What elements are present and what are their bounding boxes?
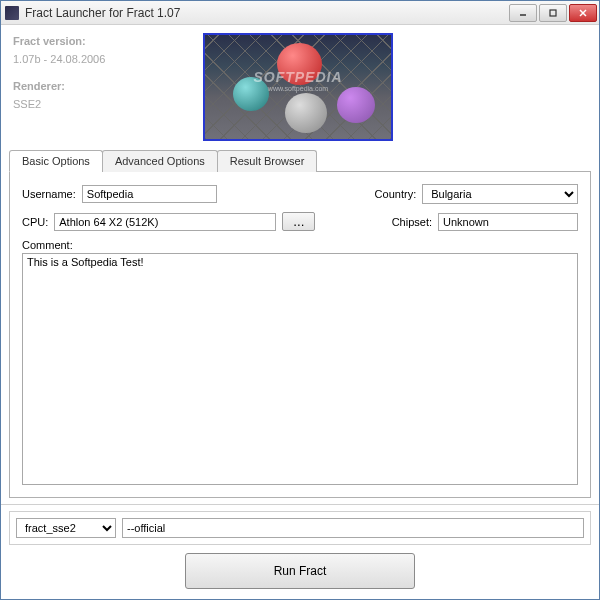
version-label: Fract version: — [13, 35, 86, 47]
watermark-sub: www.softpedia.com — [205, 85, 391, 92]
watermark-text: SOFTPEDIA — [253, 69, 342, 85]
footer: fract_sse2 Run Fract — [1, 504, 599, 599]
window-title: Fract Launcher for Fract 1.07 — [25, 6, 509, 20]
close-button[interactable] — [569, 4, 597, 22]
chipset-field[interactable] — [438, 213, 578, 231]
sphere-purple — [337, 87, 375, 123]
version-block: Fract version: 1.07b - 24.08.2006 Render… — [13, 33, 173, 141]
watermark: SOFTPEDIA www.softpedia.com — [205, 69, 391, 92]
country-label: Country: — [375, 188, 417, 200]
tabs-container: Basic Options Advanced Options Result Br… — [9, 149, 591, 498]
executable-select[interactable]: fract_sse2 — [16, 518, 116, 538]
version-value: 1.07b - 24.08.2006 — [13, 51, 173, 69]
sphere-gray — [285, 93, 327, 133]
chipset-label: Chipset: — [392, 216, 432, 228]
tab-basic-options[interactable]: Basic Options — [9, 150, 103, 172]
tab-row: Basic Options Advanced Options Result Br… — [9, 150, 591, 172]
username-label: Username: — [22, 188, 76, 200]
comment-field[interactable]: This is a Softpedia Test! — [22, 253, 578, 485]
cpu-field[interactable] — [54, 213, 276, 231]
tab-advanced-options[interactable]: Advanced Options — [102, 150, 218, 172]
preview-image: SOFTPEDIA www.softpedia.com — [203, 33, 393, 141]
renderer-label: Renderer: — [13, 80, 65, 92]
tab-panel-basic: Username: Country: Bulgaria CPU: ... Chi… — [9, 171, 591, 498]
app-icon — [5, 6, 19, 20]
country-select[interactable]: Bulgaria — [422, 184, 578, 204]
app-window: Fract Launcher for Fract 1.07 Fract vers… — [0, 0, 600, 600]
minimize-button[interactable] — [509, 4, 537, 22]
tab-result-browser[interactable]: Result Browser — [217, 150, 318, 172]
cpu-label: CPU: — [22, 216, 48, 228]
svg-rect-1 — [550, 10, 556, 16]
renderer-value: SSE2 — [13, 96, 173, 114]
window-controls — [509, 4, 597, 22]
comment-label: Comment: — [22, 239, 578, 251]
arguments-field[interactable] — [122, 518, 584, 538]
run-button[interactable]: Run Fract — [185, 553, 415, 589]
cpu-browse-button[interactable]: ... — [282, 212, 315, 231]
header-area: Fract version: 1.07b - 24.08.2006 Render… — [1, 25, 599, 145]
maximize-button[interactable] — [539, 4, 567, 22]
titlebar[interactable]: Fract Launcher for Fract 1.07 — [1, 1, 599, 25]
username-field[interactable] — [82, 185, 217, 203]
